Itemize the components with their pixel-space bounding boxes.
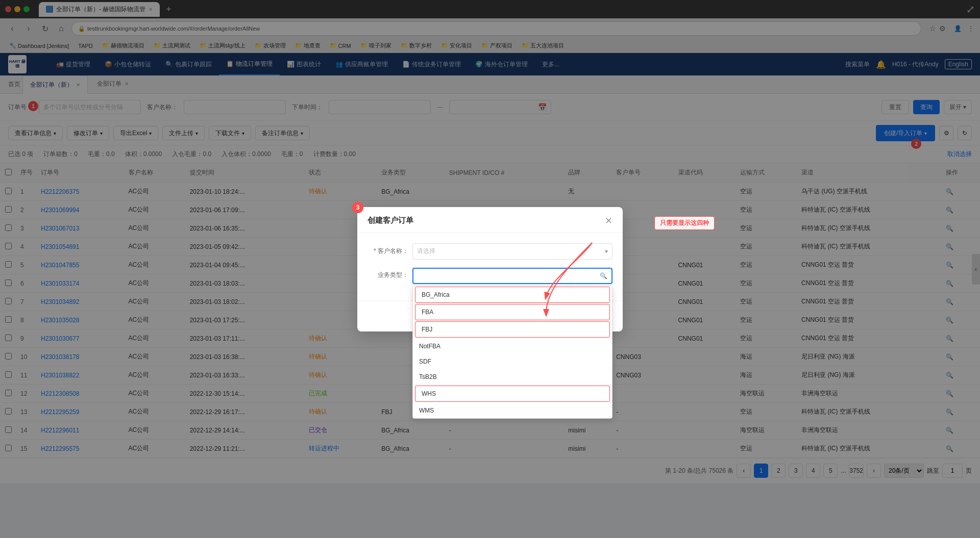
modal-title: 创建客户订单 <box>368 216 413 225</box>
modal-header: 创建客户订单 ✕ <box>357 207 623 233</box>
annotation-text: 只需要显示这四种 <box>654 216 715 230</box>
customer-name-form-row: * 客户名称： 请选择 ▾ 只需要显示这四种 <box>368 243 612 260</box>
select-arrow-icon: ▾ <box>605 248 608 255</box>
customer-placeholder: 请选择 <box>417 247 435 255</box>
modal-overlay[interactable]: 创建客户订单 ✕ * 客户名称： 请选择 ▾ 只需要显示这四种 业务类型： <box>0 0 980 483</box>
dropdown-search-icon: 🔍 <box>600 272 607 279</box>
dropdown-item-bgafrica[interactable]: BG_Africa <box>415 287 610 303</box>
dropdown-item-tsb2b[interactable]: TsB2B <box>413 369 612 385</box>
dropdown-item-fba[interactable]: FBA <box>415 304 610 320</box>
customer-name-select[interactable]: 请选择 ▾ <box>412 243 612 260</box>
dropdown-item-sdf[interactable]: SDF <box>413 354 612 369</box>
modal-body: * 客户名称： 请选择 ▾ 只需要显示这四种 业务类型： 🔍 BG_A <box>357 233 623 300</box>
dropdown-item-fbj[interactable]: FBJ <box>415 321 610 338</box>
dropdown-item-wms[interactable]: WMS <box>413 403 612 418</box>
modal-close-button[interactable]: ✕ <box>605 215 612 226</box>
dropdown-item-notfba[interactable]: NotFBA <box>413 339 612 354</box>
dropdown-list: BG_Africa FBA FBJ NotFBA SDF TsB2B WHS W… <box>412 285 612 419</box>
business-type-form-label: 业务类型： <box>368 268 408 279</box>
dropdown-search-input[interactable] <box>418 272 600 279</box>
create-order-modal: 创建客户订单 ✕ * 客户名称： 请选择 ▾ 只需要显示这四种 业务类型： <box>357 207 623 331</box>
customer-name-form-label: * 客户名称： <box>368 247 408 255</box>
dropdown-input-box[interactable]: 🔍 <box>412 268 612 284</box>
business-type-dropdown[interactable]: 🔍 BG_Africa FBA FBJ NotFBA SDF TsB2B WHS… <box>412 268 612 284</box>
business-type-form-row: 业务类型： 🔍 BG_Africa FBA FBJ NotFBA SDF TsB… <box>368 268 612 284</box>
dropdown-item-whs[interactable]: WHS <box>415 386 610 402</box>
annotation-badge-3: 3 <box>352 202 363 213</box>
